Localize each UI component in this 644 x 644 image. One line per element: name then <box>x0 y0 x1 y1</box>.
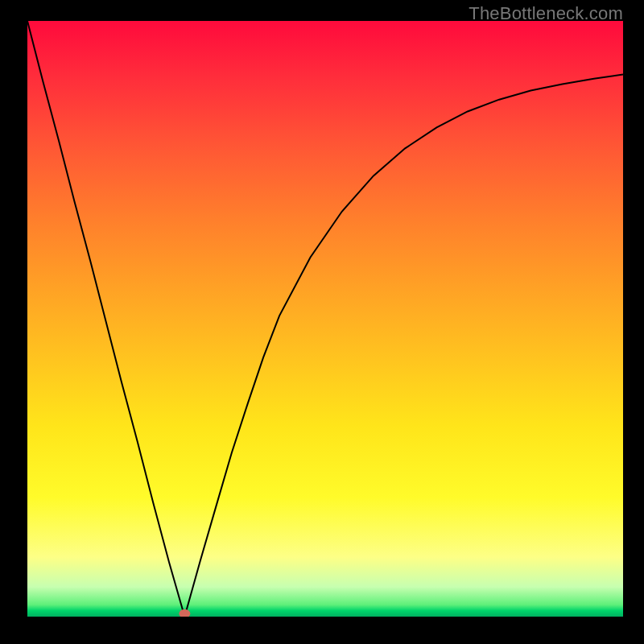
chart-frame: TheBottleneck.com <box>0 0 644 644</box>
curve-path <box>27 21 623 617</box>
minimum-marker <box>179 609 190 617</box>
plot-area <box>27 21 623 617</box>
bottleneck-curve <box>27 21 623 617</box>
